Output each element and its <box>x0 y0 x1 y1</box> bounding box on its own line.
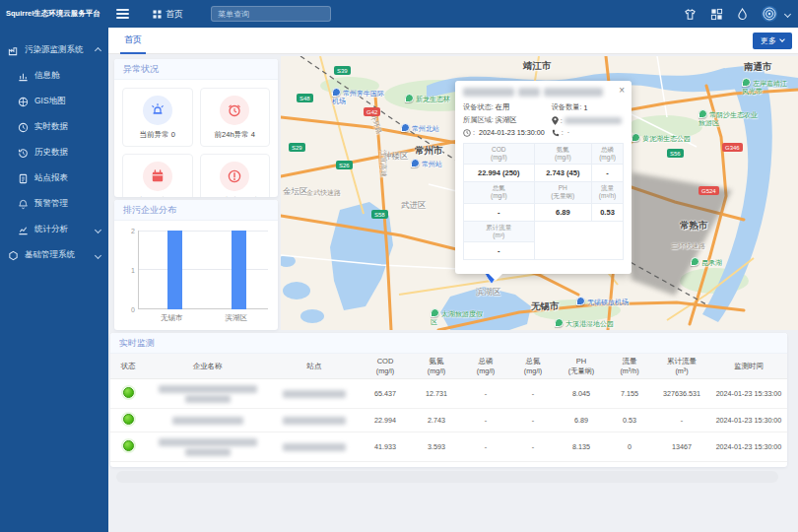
map-label: 左岸嘉靖江风光带 <box>742 78 789 96</box>
search-input[interactable] <box>218 10 326 19</box>
ph-value: 6.89 <box>534 203 591 221</box>
enterprise-name-redacted <box>159 385 257 393</box>
popup-readings-table: COD(mg/l) 氨氮(mg/l) 总磷(mg/l) 22.994 (250)… <box>463 143 624 260</box>
sidebar-item-label: 实时数据 <box>34 121 68 133</box>
abnormal-card-current[interactable]: 当前异常 0 <box>122 88 193 147</box>
cell-cod: 22.994 <box>360 409 411 432</box>
chevron-down-icon <box>95 226 101 233</box>
close-icon[interactable]: × <box>619 85 625 96</box>
abnormal-label: 当前异常 0 <box>140 130 175 140</box>
site-name-redacted <box>283 390 346 398</box>
road-shield: G42 <box>364 107 380 116</box>
trend-icon <box>18 225 29 235</box>
sidebar: Squirrel生态环境云服务平台 污染源监测系统 信息舱 GIS地图 实时数据 <box>0 0 108 532</box>
flow-value: 0.53 <box>592 203 624 221</box>
sidebar-item-gis-map[interactable]: GIS地图 <box>0 89 108 114</box>
breadcrumb-label: 首页 <box>166 8 183 21</box>
cell-cod: 41.933 <box>360 432 411 462</box>
avatar[interactable] <box>762 6 777 22</box>
site-name-redacted <box>283 443 346 451</box>
x-label: 无锡市 <box>161 313 183 323</box>
bar-chart: 2 1 0 无锡市 滨湖区 <box>114 221 278 329</box>
tab-home[interactable]: 首页 <box>120 28 146 54</box>
sidebar-item-site-report[interactable]: 站点报表 <box>0 166 108 191</box>
sidebar-item-label: 基础管理系统 <box>25 249 75 261</box>
chart-bar <box>232 231 246 309</box>
sidebar-item-label: 信息舱 <box>34 70 60 82</box>
map-label: 金武快速路 <box>306 188 341 198</box>
flame-icon[interactable] <box>737 8 748 21</box>
cell-ph: 8.135 <box>557 432 606 462</box>
road-shield: S26 <box>336 161 353 169</box>
map-canvas[interactable]: 靖江市南通市常州市无锡市常熟市金坛区武进区钟楼区滨湖区金武快速路江宜高速外环路三… <box>281 56 798 330</box>
sidebar-item-history-data[interactable]: 历史数据 <box>0 140 108 166</box>
enterprise-distribution-card: 排污企业分布 2 1 0 无锡市 滨湖区 <box>114 200 278 330</box>
chevron-down-icon <box>779 36 785 42</box>
more-button[interactable]: 更多 <box>753 33 792 49</box>
tab-bar: 首页 更多 <box>108 28 798 54</box>
sidebar-item-label: 历史数据 <box>34 147 68 159</box>
cell-flow: 0 <box>606 432 653 462</box>
sidebar-item-label: 污染源监测系统 <box>25 44 84 56</box>
clock-icon <box>463 129 471 137</box>
sidebar-item-base-system[interactable]: 基础管理系统 <box>0 242 108 268</box>
sidebar-item-realtime-data[interactable]: 实时数据 <box>0 114 108 140</box>
device-status: 在用 <box>496 102 509 112</box>
cell-tn: - <box>509 432 557 462</box>
sidebar-item-alert-management[interactable]: 预警管理 <box>0 191 108 217</box>
cell-flow: 0.53 <box>606 409 653 432</box>
abnormal-card-month[interactable]: 本月异常 74 <box>122 154 193 197</box>
breadcrumb[interactable]: 首页 <box>153 8 183 21</box>
chevron-down-icon <box>95 251 101 258</box>
map-label: 常熟市 <box>680 220 708 233</box>
map-label: 武进区 <box>401 200 427 212</box>
sidebar-item-statistics[interactable]: 统计分析 <box>0 217 108 242</box>
abnormal-label: 前24h异常 4 <box>215 130 255 140</box>
abnormal-card-unhandled[interactable]: 前24h未处理异常 4 <box>200 154 271 197</box>
sidebar-item-info-cabin[interactable]: 信息舱 <box>0 63 108 89</box>
y-tick: 1 <box>123 267 135 274</box>
cod-value: 22.994 (250) <box>464 165 535 182</box>
total-flow-value: - <box>464 241 535 259</box>
monitor-time: 2024-01-23 15:30:00 <box>479 128 545 137</box>
y-tick: 2 <box>123 228 135 234</box>
abnormal-card-24h[interactable]: 前24h异常 4 <box>200 88 271 147</box>
hamburger-menu-icon[interactable] <box>116 7 129 21</box>
layout-icon[interactable] <box>710 8 723 21</box>
sidebar-item-label: 站点报表 <box>34 172 68 184</box>
cell-total_flow: - <box>653 409 710 432</box>
monitor-table-body: 65.43712.731--8.0457.155327636.5312024-0… <box>110 379 787 462</box>
map-label: 黄泥湖生态公园 <box>632 133 691 143</box>
road-shield: S29 <box>289 143 305 152</box>
cell-nh3: 12.731 <box>411 379 462 409</box>
abnormal-label: 本月异常 74 <box>138 196 177 197</box>
map-info-popup: × 设备状态:在用 设备数量:1 所属区域:滨湖区 : : 2024-01-23… <box>455 81 632 274</box>
cell-ph: 8.045 <box>557 379 606 409</box>
chevron-down-icon[interactable] <box>784 10 791 17</box>
bar-chart-icon <box>18 71 29 82</box>
map-label: 江宜高速 <box>378 150 388 177</box>
nh3-value: 2.743 (45) <box>534 165 591 182</box>
enterprise-name-redacted <box>159 438 257 446</box>
module-icon <box>8 250 19 261</box>
status-dot <box>123 387 134 398</box>
region: 滨湖区 <box>496 115 517 125</box>
skin-icon[interactable] <box>684 8 697 21</box>
cell-tn: - <box>509 379 557 409</box>
table-row: 41.9333.593--8.1350134672024-01-23 15:30… <box>110 432 787 462</box>
top-header: 首页 <box>108 0 798 28</box>
sidebar-item-label: 统计分析 <box>34 224 68 235</box>
history-icon <box>18 148 29 159</box>
report-icon <box>18 173 29 184</box>
map-label: 太湖旅游度假区 <box>431 308 484 326</box>
chevron-up-icon <box>95 46 101 53</box>
road-shield: G524 <box>698 186 719 195</box>
cell-cod: 65.437 <box>360 379 411 409</box>
location-pin-icon <box>552 116 559 125</box>
cell-total_flow: 327636.531 <box>653 379 710 409</box>
sidebar-item-pollution-system[interactable]: 污染源监测系统 <box>0 37 108 63</box>
menu-search[interactable] <box>211 6 331 22</box>
road-shield: S56 <box>667 149 684 158</box>
abnormal-status-card: 异常状况 当前异常 0 前24h异常 4 本月异常 74 前24h未处理异常 4 <box>114 59 278 197</box>
compass-icon <box>18 97 29 107</box>
